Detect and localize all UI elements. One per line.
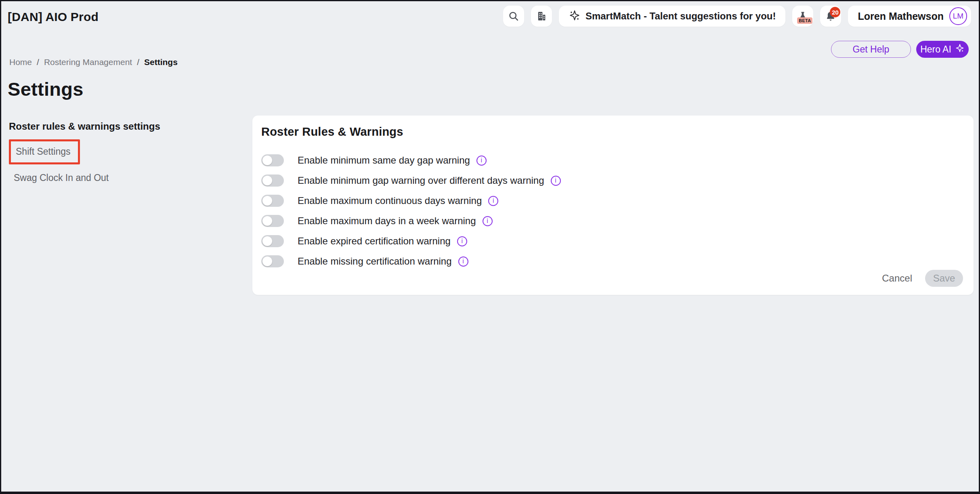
toggle-knob (262, 236, 272, 246)
toggle-label: Enable maximum continuous days warning (298, 195, 482, 206)
panel-title: Roster Rules & Warnings (261, 125, 965, 139)
toggle-label: Enable expired certification warning (298, 235, 451, 247)
toggle-list: Enable minimum same day gap warning i En… (261, 150, 965, 271)
info-icon[interactable]: i (488, 196, 498, 206)
info-icon[interactable]: i (457, 236, 467, 246)
app-root: { "app": { "title": "[DAN] AIO Prod" }, … (0, 0, 980, 494)
toggle-min-gap-different-days[interactable] (261, 174, 284, 187)
building-icon (536, 11, 547, 22)
topbar-actions: SmartMatch - Talent suggestions for you!… (503, 6, 971, 27)
sidebar-item-swag-clock-in-and-out[interactable]: Swag Clock In and Out (14, 172, 239, 183)
sidebar-heading: Roster rules & warnings settings (9, 121, 239, 132)
user-name: Loren Mathewson (858, 11, 944, 22)
breadcrumb-home[interactable]: Home (9, 57, 32, 67)
breadcrumb-separator: / (137, 57, 139, 67)
toggle-row: Enable minimum gap warning over differen… (261, 170, 965, 191)
toggle-label: Enable missing certification warning (298, 256, 452, 267)
toggle-row: Enable missing certification warning i (261, 251, 965, 271)
avatar: LM (949, 7, 967, 25)
sidebar-item-shift-settings[interactable]: Shift Settings (16, 146, 71, 157)
toggle-min-same-day-gap[interactable] (261, 154, 284, 166)
organization-button[interactable] (531, 6, 552, 27)
cancel-button[interactable]: Cancel (882, 273, 912, 284)
get-help-label: Get Help (853, 44, 890, 55)
search-icon (508, 11, 519, 22)
toggle-missing-certification[interactable] (261, 255, 284, 267)
hero-ai-button[interactable]: Hero AI (916, 41, 969, 58)
settings-sidebar: Roster rules & warnings settings Shift S… (9, 121, 239, 183)
toggle-knob (262, 196, 272, 206)
toggle-row: Enable maximum continuous days warning i (261, 191, 965, 211)
info-icon[interactable]: i (483, 216, 493, 226)
toggle-knob (262, 156, 272, 165)
info-icon[interactable]: i (458, 256, 468, 267)
search-button[interactable] (503, 6, 524, 27)
user-menu-button[interactable]: Loren Mathewson LM (848, 6, 971, 27)
page-title: Settings (8, 78, 84, 100)
notification-count-badge: 20 (830, 7, 840, 17)
breadcrumb-separator: / (37, 57, 39, 67)
toggle-label: Enable minimum gap warning over differen… (298, 175, 544, 186)
get-help-button[interactable]: Get Help (831, 41, 911, 58)
panel-footer: Cancel Save (882, 270, 963, 287)
toggle-max-continuous-days[interactable] (261, 195, 284, 207)
smartmatch-label: SmartMatch - Talent suggestions for you! (585, 11, 776, 22)
info-icon[interactable]: i (551, 176, 561, 186)
toggle-row: Enable maximum days in a week warning i (261, 211, 965, 231)
info-icon[interactable]: i (476, 156, 487, 166)
toggle-knob (262, 176, 272, 185)
toggle-label: Enable minimum same day gap warning (298, 155, 470, 166)
toggle-expired-certification[interactable] (261, 235, 284, 247)
beta-labs-button[interactable]: BETA (792, 6, 813, 27)
roster-rules-panel: Roster Rules & Warnings Enable minimum s… (252, 116, 974, 295)
breadcrumb-rostering-management[interactable]: Rostering Management (44, 57, 132, 67)
toggle-knob (262, 256, 272, 266)
toggle-row: Enable expired certification warning i (261, 231, 965, 251)
notifications-button[interactable]: 20 (820, 6, 841, 27)
toggle-max-days-week[interactable] (261, 215, 284, 227)
page-actions: Get Help Hero AI (831, 41, 969, 58)
breadcrumb: Home / Rostering Management / Settings (9, 57, 178, 67)
save-button[interactable]: Save (925, 270, 963, 287)
hero-ai-label: Hero AI (920, 44, 951, 55)
toggle-row: Enable minimum same day gap warning i (261, 150, 965, 170)
app-title: [DAN] AIO Prod (8, 10, 99, 24)
highlight-box: Shift Settings (9, 139, 80, 164)
breadcrumb-current: Settings (144, 57, 178, 67)
toggle-label: Enable maximum days in a week warning (298, 215, 476, 227)
hero-ai-sparkle-icon (955, 43, 965, 55)
smartmatch-banner-button[interactable]: SmartMatch - Talent suggestions for you! (559, 6, 786, 27)
beta-badge: BETA (797, 17, 812, 24)
sparkle-icon (569, 9, 581, 23)
toggle-knob (262, 216, 272, 226)
